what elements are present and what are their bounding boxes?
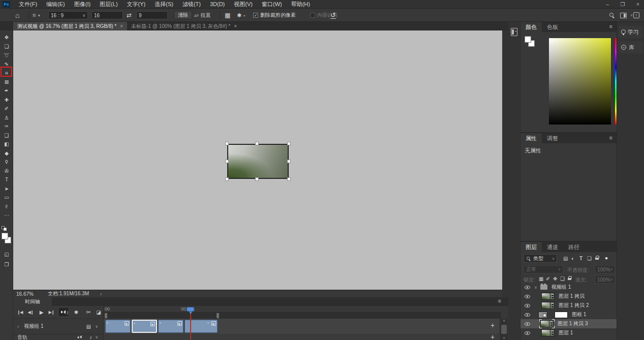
gradient-tool[interactable]: ◧	[0, 140, 13, 149]
tab-layers[interactable]: 图层	[520, 242, 542, 252]
tab-color[interactable]: 颜色	[520, 22, 542, 32]
zoom-level[interactable]: 16.67%	[16, 291, 34, 297]
menu-select[interactable]: 选择(S)	[150, 0, 178, 9]
dodge-tool[interactable]: ⚲	[0, 158, 13, 167]
default-colors-icon[interactable]	[2, 226, 8, 231]
layer-row[interactable]: 图层 1	[520, 328, 617, 337]
film-icon[interactable]: ▤	[86, 324, 91, 329]
lock-all-icon[interactable]	[568, 276, 571, 280]
lock-image-pixels-icon[interactable]: ✐	[546, 276, 550, 282]
lock-artboard-icon[interactable]: ❏	[560, 276, 565, 282]
search-button[interactable]	[609, 9, 615, 22]
straighten-button[interactable]: ▱ 拉直	[194, 9, 210, 22]
clip-transition-icon[interactable]: ▶	[150, 322, 155, 326]
timeline-ruler[interactable]: 00 00:30s	[104, 306, 501, 313]
chevron-down-icon[interactable]: ∨	[95, 335, 98, 339]
swap-dimensions-button[interactable]: ⇄	[127, 9, 132, 22]
crop-handle-top-right[interactable]	[287, 142, 291, 145]
clone-stamp-tool[interactable]: ♙	[0, 113, 13, 122]
menu-layer[interactable]: 图层(L)	[95, 0, 122, 9]
blur-tool[interactable]: ◆	[0, 149, 13, 158]
pen-tool[interactable]: ✇	[0, 167, 13, 176]
eye-icon[interactable]	[525, 313, 530, 317]
marquee-tool[interactable]: ❏	[0, 42, 13, 51]
aspect-ratio-select[interactable]: 16 : 9 ∨	[48, 11, 88, 19]
status-expand-arrow[interactable]: ›	[100, 291, 102, 297]
lock-transparent-pixels-icon[interactable]: ▦	[539, 276, 543, 282]
chevron-right-icon[interactable]: ›	[17, 324, 19, 329]
layer-filter-toggle[interactable]: ●	[605, 255, 608, 261]
layer-row-video-group[interactable]: ∨ 视频组 1	[520, 283, 617, 292]
menu-file[interactable]: 文件(F)	[14, 0, 42, 9]
photoshop-logo-icon[interactable]: Ps	[3, 1, 10, 8]
menu-view[interactable]: 视图(V)	[229, 0, 257, 9]
crop-settings-button[interactable]: ✱▾	[237, 9, 245, 22]
timeline-settings-button[interactable]: ✱	[72, 307, 80, 317]
frame-tool[interactable]: ⊠	[0, 78, 13, 87]
speaker-icon[interactable]	[78, 335, 82, 339]
layer-thumbnail[interactable]	[540, 320, 554, 327]
video-clip-4[interactable]: › ▶	[185, 320, 218, 333]
clear-button[interactable]: 清除	[174, 11, 192, 19]
color-picker-ring[interactable]	[550, 39, 553, 42]
filter-type-layers-icon[interactable]: T	[579, 256, 582, 261]
video-clip-3[interactable]: › ▶	[158, 320, 183, 333]
foreground-color-swatch[interactable]	[2, 233, 8, 239]
eye-icon[interactable]	[525, 295, 530, 298]
document-tab-active[interactable]: 测试视频 @ 16.7% (图层 1 拷贝 3, RGB/8) * ×	[13, 22, 127, 30]
eraser-tool[interactable]: ❑	[0, 131, 13, 140]
timeline-scrollbar[interactable]: ∧ ∨	[500, 319, 508, 340]
filter-adjustment-layers-icon[interactable]: ◐	[571, 256, 574, 261]
tab-swatches[interactable]: 色板	[542, 22, 563, 32]
layer-row[interactable]: 图层 1 拷贝	[520, 292, 617, 301]
history-brush-tool[interactable]: ✑	[0, 122, 13, 131]
frame-thumbnail[interactable]	[538, 312, 547, 318]
transitions-button[interactable]: ◪	[95, 307, 103, 317]
eye-icon[interactable]	[525, 322, 530, 326]
libraries-panel-button[interactable]: ∞ 库	[619, 41, 643, 53]
crop-handle-middle-right[interactable]	[287, 160, 291, 163]
add-video-track-button[interactable]: +	[487, 320, 498, 330]
crop-handle-top-left[interactable]	[225, 142, 229, 145]
first-frame-button[interactable]: ❙◀	[15, 307, 24, 317]
foreground-background-swatches[interactable]	[2, 233, 12, 246]
clip-keyframe-icon[interactable]: ›	[207, 321, 209, 325]
tab-timeline[interactable]: 时间轴	[13, 297, 52, 306]
layer-row-selected[interactable]: 图层 1 拷贝 3	[520, 319, 617, 328]
history-panel-icon[interactable]	[511, 28, 517, 36]
panel-menu-icon[interactable]: ≡	[609, 135, 612, 141]
workspace-switcher[interactable]: ∨	[620, 9, 633, 22]
scroll-down-icon[interactable]: ∨	[500, 336, 508, 340]
menu-window[interactable]: 窗口(W)	[257, 0, 287, 9]
work-area-start-handle[interactable]	[105, 313, 107, 318]
menu-3d[interactable]: 3D(D)	[205, 0, 229, 9]
chevron-down-icon[interactable]: ∨	[95, 324, 98, 329]
music-note-icon[interactable]: ♪	[89, 334, 92, 340]
clip-transition-icon[interactable]: ▶	[125, 321, 129, 326]
menu-image[interactable]: 图像(I)	[70, 0, 95, 9]
split-clip-button[interactable]: ✂	[84, 307, 93, 317]
document-size-info[interactable]: 文档:1.91M/16.3M	[48, 290, 89, 297]
close-icon[interactable]: ×	[120, 23, 123, 29]
filter-pixel-layers-icon[interactable]: ▤	[563, 256, 568, 261]
clip-transition-icon[interactable]: ▶	[177, 321, 182, 326]
path-selection-tool[interactable]: ➤	[0, 184, 13, 194]
more-tools-button[interactable]: ···	[0, 211, 13, 220]
minimize-button[interactable]: –	[604, 2, 610, 7]
crop-tool-preset[interactable]: ⌗ ▾	[33, 9, 40, 22]
rectangle-tool[interactable]: ▭	[0, 193, 13, 202]
crop-handle-bottom-center[interactable]	[255, 177, 259, 181]
audio-track-header[interactable]: 音轨 ♪ ∨	[13, 334, 103, 340]
home-button[interactable]: ⌂	[15, 9, 19, 22]
scroll-up-icon[interactable]: ∧	[500, 319, 508, 323]
previous-frame-button[interactable]: ◀❙	[26, 307, 35, 317]
eyedropper-tool[interactable]: ✒	[0, 86, 13, 96]
filter-shape-layers-icon[interactable]: ❏	[587, 256, 592, 261]
clip-transition-icon[interactable]: ▶	[211, 321, 216, 326]
type-tool[interactable]: T	[0, 175, 13, 184]
menu-edit[interactable]: 编辑(E)	[42, 0, 70, 9]
next-frame-button[interactable]: ▶❙	[47, 307, 56, 317]
clip-keyframe-icon[interactable]: ›	[107, 321, 108, 325]
tab-channels[interactable]: 通道	[542, 242, 563, 252]
clip-keyframe-icon[interactable]: ›	[160, 321, 161, 325]
